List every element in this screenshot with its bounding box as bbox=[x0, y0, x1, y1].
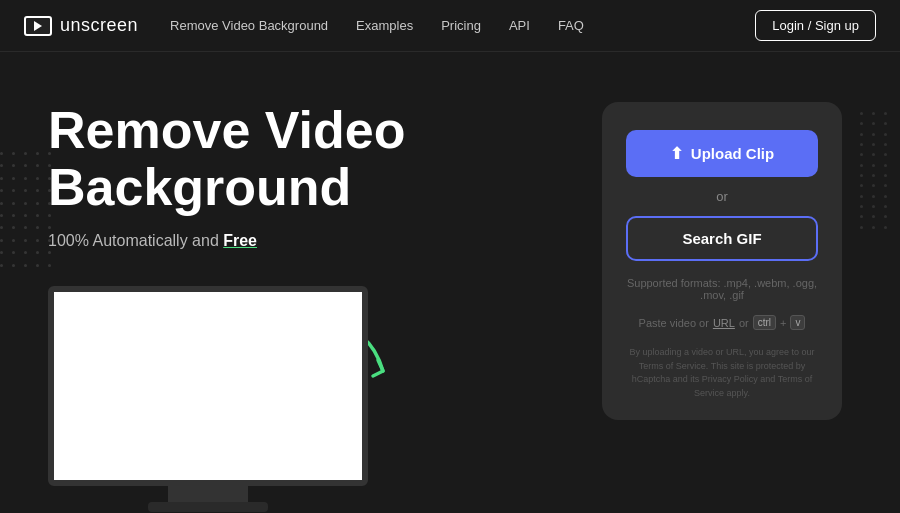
hero-section: Remove Video Background 100% Automatical… bbox=[48, 92, 592, 493]
hero-subtitle: 100% Automatically and Free bbox=[48, 232, 592, 250]
search-gif-button[interactable]: Search GIF bbox=[626, 216, 818, 261]
paste-prefix-text: Paste video or bbox=[639, 317, 709, 329]
monitor-container bbox=[48, 286, 368, 512]
upload-section: ⬆ Upload Clip or Search GIF Supported fo… bbox=[592, 92, 852, 493]
free-highlight: Free bbox=[223, 232, 257, 249]
plus-text: + bbox=[780, 317, 786, 329]
login-button[interactable]: Login / Sign up bbox=[755, 10, 876, 41]
upload-clip-label: Upload Clip bbox=[691, 145, 774, 162]
nav-api[interactable]: API bbox=[509, 18, 530, 33]
logo-text: unscreen bbox=[60, 15, 138, 36]
navbar: unscreen Remove Video Background Example… bbox=[0, 0, 900, 52]
paste-row: Paste video or URL or ctrl + v bbox=[639, 315, 806, 330]
supported-formats-text: Supported formats: .mp4, .webm, .ogg, .m… bbox=[626, 277, 818, 301]
upload-icon: ⬆ bbox=[670, 144, 683, 163]
or-divider: or bbox=[716, 189, 728, 204]
logo-icon bbox=[24, 16, 52, 36]
upload-panel: ⬆ Upload Clip or Search GIF Supported fo… bbox=[602, 102, 842, 420]
ctrl-key: ctrl bbox=[753, 315, 776, 330]
logo[interactable]: unscreen bbox=[24, 15, 138, 36]
or-paste-text: or bbox=[739, 317, 749, 329]
v-key: v bbox=[790, 315, 805, 330]
hero-title: Remove Video Background bbox=[48, 102, 592, 216]
nav-remove-bg[interactable]: Remove Video Background bbox=[170, 18, 328, 33]
nav-faq[interactable]: FAQ bbox=[558, 18, 584, 33]
nav-pricing[interactable]: Pricing bbox=[441, 18, 481, 33]
dot-grid-right bbox=[860, 112, 890, 232]
monitor-screen bbox=[54, 292, 362, 480]
monitor bbox=[48, 286, 368, 486]
paste-url-text[interactable]: URL bbox=[713, 317, 735, 329]
nav-right: Login / Sign up bbox=[755, 10, 876, 41]
upload-clip-button[interactable]: ⬆ Upload Clip bbox=[626, 130, 818, 177]
nav-links: Remove Video Background Examples Pricing… bbox=[170, 18, 755, 33]
main-content: Remove Video Background 100% Automatical… bbox=[0, 52, 900, 513]
dot-grid-left bbox=[0, 152, 50, 272]
nav-examples[interactable]: Examples bbox=[356, 18, 413, 33]
monitor-stand bbox=[168, 486, 248, 502]
monitor-base bbox=[148, 502, 268, 512]
terms-text: By uploading a video or URL, you agree t… bbox=[626, 346, 818, 400]
